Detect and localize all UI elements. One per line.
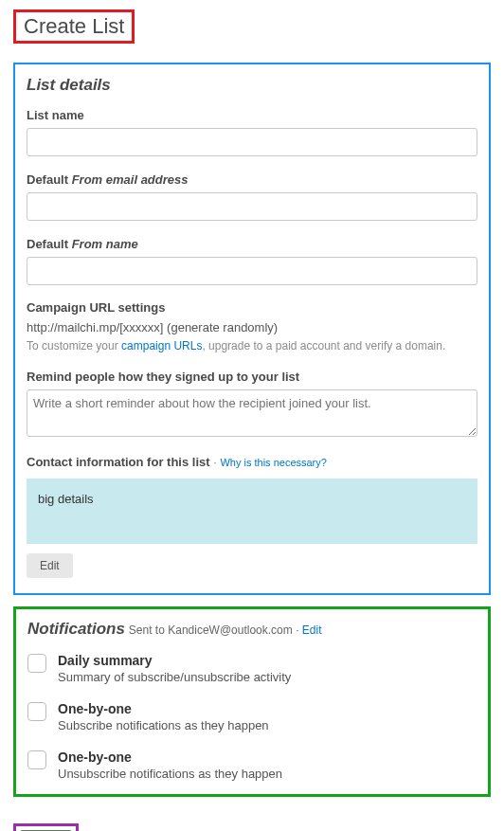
from-name-field: Default From name: [27, 236, 477, 285]
daily-summary-checkbox[interactable]: [27, 654, 46, 673]
reminder-textarea[interactable]: [27, 389, 477, 437]
reminder-label: Remind people how they signed up to your…: [27, 370, 477, 384]
from-email-label-prefix: Default: [27, 172, 72, 187]
notifications-section: Notifications Sent to KandiceW@outlook.c…: [13, 606, 491, 797]
unsubscribe-title: One-by-one: [58, 750, 282, 765]
edit-contact-button[interactable]: Edit: [27, 553, 73, 578]
campaign-urls-link[interactable]: campaign URLs: [121, 339, 202, 352]
list-details-heading: List details: [27, 76, 477, 95]
subscribe-desc: Subscribe notifications as they happen: [58, 718, 269, 732]
notification-item-subscribe: One-by-one Subscribe notifications as th…: [27, 701, 477, 732]
from-email-input[interactable]: [27, 192, 477, 221]
campaign-url-hint: To customize your campaign URLs, upgrade…: [27, 338, 477, 354]
notifications-edit-link[interactable]: Edit: [302, 623, 322, 637]
subscribe-title: One-by-one: [58, 701, 269, 716]
from-name-label-italic: From name: [72, 237, 138, 251]
campaign-url-hint-suffix: , upgrade to a paid account and verify a…: [202, 339, 445, 352]
from-email-label-italic: From email address: [72, 172, 189, 187]
unsubscribe-checkbox[interactable]: [27, 750, 46, 769]
why-necessary-link[interactable]: Why is this necessary?: [220, 457, 326, 468]
from-name-input[interactable]: [27, 257, 477, 285]
notifications-sent-to-email: KandiceW@outlook.com: [168, 623, 293, 637]
campaign-url-block: Campaign URL settings http://mailchi.mp/…: [27, 300, 477, 354]
notifications-dot: ·: [293, 623, 302, 637]
contact-info-block: Contact information for this list · Why …: [27, 455, 477, 578]
contact-info-heading: Contact information for this list · Why …: [27, 455, 477, 469]
campaign-url-text: http://mailchi.mp/[xxxxxx] (generate ran…: [27, 320, 477, 334]
daily-summary-title: Daily summary: [58, 653, 291, 668]
list-details-section: List details List name Default From emai…: [13, 63, 491, 595]
save-highlight-box: Save: [13, 823, 79, 831]
contact-info-label: Contact information for this list: [27, 455, 210, 469]
subscribe-checkbox[interactable]: [27, 702, 46, 721]
notification-item-unsubscribe: One-by-one Unsubscribe notifications as …: [27, 750, 477, 781]
notifications-sent-to-prefix: Sent to: [129, 623, 168, 637]
contact-info-box: big details: [27, 479, 477, 544]
unsubscribe-desc: Unsubscribe notifications as they happen: [58, 767, 282, 781]
list-name-field: List name: [27, 108, 477, 156]
campaign-url-hint-prefix: To customize your: [27, 339, 121, 352]
reminder-field: Remind people how they signed up to your…: [27, 370, 477, 440]
page-title: Create List: [13, 9, 135, 44]
from-email-field: Default From email address: [27, 172, 477, 221]
list-name-label: List name: [27, 108, 477, 122]
campaign-url-label: Campaign URL settings: [27, 300, 477, 315]
list-name-input[interactable]: [27, 128, 477, 156]
notification-item-daily-summary: Daily summary Summary of subscribe/unsub…: [27, 653, 477, 684]
daily-summary-desc: Summary of subscribe/unsubscribe activit…: [58, 670, 291, 684]
notifications-header: Notifications Sent to KandiceW@outlook.c…: [27, 619, 477, 640]
from-name-label-prefix: Default: [27, 237, 72, 251]
notifications-heading: Notifications: [27, 620, 125, 638]
form-actions: Save Cancel: [13, 823, 491, 831]
